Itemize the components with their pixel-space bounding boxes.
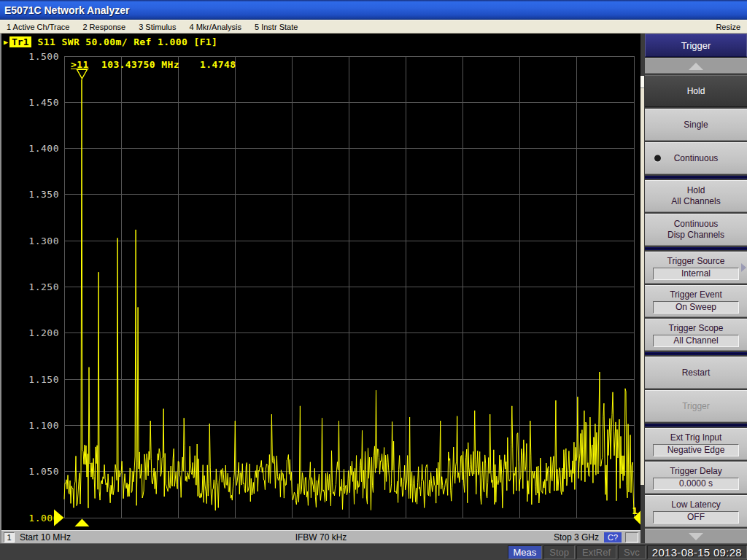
softkey-value: 0.0000 s <box>653 478 739 490</box>
softkey-continuous[interactable]: Continuous <box>645 142 747 174</box>
softkey-menu: Trigger HoldSingleContinuousHoldAll Chan… <box>645 34 747 543</box>
status-extref: ExtRef <box>576 545 616 559</box>
scroll-up-icon <box>689 63 703 70</box>
menu-item-1[interactable]: 1 Active Ch/Trace <box>0 23 76 31</box>
trace-format-text: S11 SWR 50.00m/ Ref 1.000 [F1] <box>38 36 218 47</box>
title-bar: E5071C Network Analyzer <box>0 0 747 20</box>
scroll-down-icon <box>689 533 703 540</box>
softkey-label: Hold <box>687 185 705 196</box>
y-axis-label: 1.100 <box>28 420 59 431</box>
softkey-hold[interactable]: Hold <box>645 75 747 107</box>
softkey-trigger-event[interactable]: Trigger EventOn Sweep <box>645 285 747 317</box>
softkey-label: Ext Trig Input <box>670 432 722 443</box>
y-axis-label: 1.300 <box>28 236 59 246</box>
softkey-group-separator <box>645 176 747 179</box>
status-items: MeasStopExtRefSvc <box>508 545 647 559</box>
sweep-start-label: Start 10 MHz <box>20 532 71 542</box>
softkey-label: Trigger <box>682 401 710 412</box>
softkey-group-separator <box>645 247 747 250</box>
y-axis-label: 1.250 <box>28 281 59 292</box>
marker-value: 1.4748 <box>200 59 236 70</box>
status-datetime: 2013-08-15 09:28 <box>647 545 747 559</box>
window-title: E5071C Network Analyzer <box>0 4 129 16</box>
y-axis-label: 1.150 <box>28 374 59 385</box>
softkey-trigger-delay[interactable]: Trigger Delay0.0000 s <box>645 462 747 494</box>
menu-item-2[interactable]: 2 Response <box>76 23 132 31</box>
menu-item-4[interactable]: 4 Mkr/Analysis <box>182 23 248 31</box>
softkey-label: Single <box>684 120 708 131</box>
y-axis-label: 1.500 <box>28 51 59 62</box>
marker-frequency: 103.43750 MHz <box>101 59 179 70</box>
softkey-single[interactable]: Single <box>645 109 747 141</box>
softkey-value: OFF <box>653 511 739 524</box>
stimulus-end-box <box>625 532 638 542</box>
submenu-arrow-icon <box>741 263 746 272</box>
stimulus-right: Stop 3 GHz C? <box>347 532 638 542</box>
softkey-value: All Channel <box>653 335 739 347</box>
ifbw-label: IFBW 70 kHz <box>295 532 347 542</box>
softkey-hold-all-channels[interactable]: HoldAll Channels <box>645 180 747 212</box>
trace-header: ▶ Tr1 S11 SWR 50.00m/ Ref 1.000 [F1] <box>1 34 640 50</box>
softkey-scrollbar-thumb[interactable] <box>640 76 644 88</box>
softkey-sidebar: Trigger HoldSingleContinuousHoldAll Chan… <box>640 34 747 543</box>
softkey-value: Negative Edge <box>653 444 739 456</box>
active-trace-arrow-icon: ▶ <box>4 38 8 46</box>
analyzer-display: ▶ Tr1 S11 SWR 50.00m/ Ref 1.000 [F1] 1.5… <box>0 34 640 543</box>
selected-radio-icon <box>654 155 661 162</box>
softkey-label: Trigger Delay <box>670 466 722 477</box>
marker-readout: >11 103.43750 MHz 1.4748 <box>71 59 236 70</box>
channel-number-box[interactable]: 1 <box>4 532 15 542</box>
stimulus-left: 1 Start 10 MHz <box>4 532 295 542</box>
softkey-label: Continuous <box>674 153 719 164</box>
softkey-label: Low Latency <box>671 499 720 510</box>
status-meas: Meas <box>508 545 543 559</box>
trace-label-badge[interactable]: Tr1 <box>9 36 31 47</box>
softkey-label-line2: All Channels <box>671 196 720 207</box>
calibration-status-badge: C? <box>604 532 622 542</box>
softkey-trigger-scope[interactable]: Trigger ScopeAll Channel <box>645 319 747 351</box>
softkey-scrollbar-track[interactable] <box>640 76 644 485</box>
softkey-ext-trig-input[interactable]: Ext Trig InputNegative Edge <box>645 428 747 460</box>
menu-item-resize[interactable]: Resize <box>709 23 747 31</box>
softkey-trigger[interactable]: Trigger <box>645 390 747 422</box>
softkey-label: Continuous <box>674 219 719 230</box>
softkey-continuous-disp-channels[interactable]: ContinuousDisp Channels <box>645 214 747 246</box>
softkey-group-separator <box>645 352 747 355</box>
menu-item-3[interactable]: 3 Stimulus <box>132 23 182 31</box>
y-axis-label: 1.450 <box>28 97 59 108</box>
main-content: ▶ Tr1 S11 SWR 50.00m/ Ref 1.000 [F1] 1.5… <box>0 34 747 543</box>
softkey-value: On Sweep <box>653 301 739 314</box>
marker-id: >11 <box>71 59 89 70</box>
softkey-label: Trigger Scope <box>669 323 724 334</box>
softkey-label: Trigger Event <box>670 289 722 300</box>
softkey-low-latency[interactable]: Low LatencyOFF <box>645 495 747 527</box>
sweep-stop-label: Stop 3 GHz <box>554 532 599 542</box>
e5071c-application-window: E5071C Network Analyzer 1 Active Ch/Trac… <box>0 0 747 560</box>
marker-stimulus-indicator-icon <box>74 519 89 527</box>
softkey-scroll-down[interactable] <box>645 529 747 544</box>
y-axis-label: 1.050 <box>28 466 59 477</box>
trace-end-number: 1 <box>632 505 638 516</box>
status-bar: MeasStopExtRefSvc 2013-08-15 09:28 <box>0 543 747 560</box>
softkey-label: Trigger Source <box>667 256 725 267</box>
marker-triangle-icon <box>77 69 87 79</box>
softkey-group-separator <box>645 424 747 427</box>
plot-area: 1.5001.4501.4001.3501.3001.2501.2001.150… <box>1 50 640 530</box>
y-axis-label: 1.350 <box>28 189 59 200</box>
y-axis-label: 1.200 <box>28 327 59 338</box>
softkey-value: Internal <box>653 268 739 280</box>
softkey-scroll-up[interactable] <box>645 58 747 74</box>
y-axis-label: 1.400 <box>28 143 59 154</box>
softkey-trigger-source[interactable]: Trigger SourceInternal <box>645 252 747 284</box>
status-stop: Stop <box>543 545 575 559</box>
menu-item-5[interactable]: 5 Instr State <box>248 23 304 31</box>
softkey-label: Hold <box>687 86 705 97</box>
status-svc: Svc <box>618 545 646 559</box>
softkey-restart[interactable]: Restart <box>645 357 747 389</box>
softkey-menu-title: Trigger <box>645 34 747 57</box>
menu-bar: 1 Active Ch/Trace2 Response3 Stimulus4 M… <box>0 20 747 34</box>
stimulus-bar: 1 Start 10 MHz IFBW 70 kHz Stop 3 GHz C? <box>1 530 640 543</box>
softkey-label: Restart <box>682 368 711 378</box>
plot-svg: 1.5001.4501.4001.3501.3001.2501.2001.150… <box>1 50 642 530</box>
softkey-label-line2: Disp Channels <box>667 230 724 241</box>
